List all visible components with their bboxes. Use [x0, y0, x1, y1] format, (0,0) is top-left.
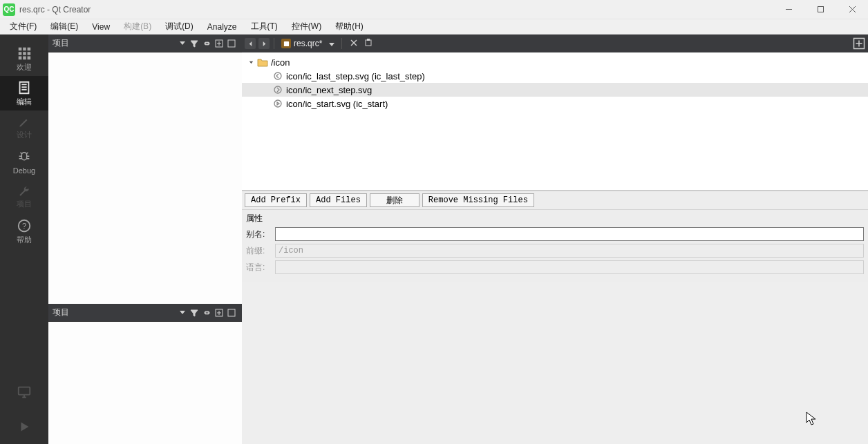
properties-pane: 属性 别名: 前缀: 语言:: [242, 210, 868, 282]
project-panel-upper-body[interactable]: [48, 52, 242, 304]
panel-lower-split-add-icon[interactable]: [213, 307, 225, 319]
prefix-label: 前缀:: [246, 245, 270, 257]
window-title: res.qrc - Qt Creator: [19, 5, 91, 15]
editor-split-add-icon[interactable]: [853, 37, 865, 50]
mode-design[interactable]: 设计: [0, 110, 48, 145]
svg-rect-0: [818, 7, 823, 12]
target-selector[interactable]: [0, 375, 48, 409]
split-add-icon[interactable]: [213, 37, 225, 50]
svg-point-14: [274, 100, 281, 107]
tree-item-1[interactable]: icon/ic_next_step.svg: [242, 83, 868, 97]
play-circle-icon: [272, 99, 283, 108]
panel-close-icon[interactable]: [225, 37, 238, 50]
forward-arrow-icon: [272, 85, 283, 95]
file-dropdown-icon[interactable]: [328, 39, 334, 48]
tree-item-2[interactable]: icon/ic_start.svg (ic_start): [242, 97, 868, 110]
mode-help[interactable]: ? 帮助: [0, 214, 48, 249]
editor-empty-area: [242, 282, 868, 444]
panel-lower-link-icon[interactable]: [200, 307, 213, 319]
tree-item-1-label: icon/ic_next_step.svg: [286, 85, 372, 95]
run-button[interactable]: [0, 409, 48, 444]
filter-icon[interactable]: [188, 37, 200, 50]
mode-debug-label: Debug: [13, 166, 35, 175]
project-panel-lower-header: 项目: [48, 304, 242, 322]
close-button[interactable]: [836, 0, 868, 19]
play-icon: [17, 419, 32, 434]
mode-design-label: 设计: [17, 130, 32, 140]
svg-rect-3: [19, 387, 30, 395]
minimize-button[interactable]: [773, 0, 804, 19]
wrench-icon: [18, 185, 30, 197]
alias-input[interactable]: [275, 227, 864, 241]
link-icon[interactable]: [200, 37, 213, 50]
menubar: 文件(F) 编辑(E) View 构建(B) 调试(D) Analyze 工具(…: [0, 19, 868, 35]
side-panels: 项目 项目: [48, 35, 242, 444]
bug-icon: [17, 150, 32, 165]
panel-lower-dropdown[interactable]: [176, 307, 188, 319]
lang-label: 语言:: [246, 262, 270, 273]
tree-item-0[interactable]: icon/ic_last_step.svg (ic_last_step): [242, 69, 868, 83]
menu-build[interactable]: 构建(B): [117, 19, 158, 34]
tree-expander-icon[interactable]: [246, 57, 256, 67]
mode-welcome-label: 欢迎: [17, 62, 32, 73]
mode-projects-label: 项目: [17, 199, 32, 209]
project-panel-upper-header: 项目: [48, 35, 242, 52]
open-file-tab[interactable]: res.qrc*: [279, 39, 337, 48]
pencil-icon: [18, 116, 30, 128]
mode-welcome[interactable]: 欢迎: [0, 41, 48, 76]
tree-item-0-label: icon/ic_last_step.svg (ic_last_step): [286, 71, 425, 81]
mode-edit[interactable]: 编辑: [0, 76, 48, 110]
modebar: 欢迎 编辑 设计 Debug 项目 ? 帮助: [0, 35, 48, 444]
project-panel-lower-body[interactable]: [48, 322, 242, 444]
panel-lower-close-icon[interactable]: [225, 307, 238, 319]
resource-tree[interactable]: /icon icon/ic_last_step.svg (ic_last_ste…: [242, 52, 868, 191]
mode-debug[interactable]: Debug: [0, 145, 48, 180]
menu-file[interactable]: 文件(F): [3, 19, 44, 34]
remove-missing-button[interactable]: Remove Missing Files: [422, 193, 534, 207]
menu-debug[interactable]: 调试(D): [158, 19, 200, 34]
help-icon: ?: [17, 218, 32, 233]
tree-prefix-label: /icon: [271, 57, 290, 68]
main-area: 欢迎 编辑 设计 Debug 项目 ? 帮助: [0, 35, 868, 444]
svg-rect-9: [366, 40, 371, 46]
svg-point-13: [274, 86, 281, 93]
add-files-button[interactable]: Add Files: [310, 193, 367, 207]
close-editor-icon[interactable]: [350, 39, 357, 48]
maximize-button[interactable]: [804, 0, 836, 19]
prop-row-alias: 别名:: [246, 227, 864, 241]
editor-settings-icon[interactable]: [364, 39, 372, 49]
prefix-input: [275, 244, 864, 258]
editor-column: res.qrc* /icon icon/ic_last_step.svg (ic…: [242, 35, 868, 444]
editor-tabbar: res.qrc*: [242, 35, 868, 52]
menu-tools[interactable]: 工具(T): [244, 19, 285, 34]
monitor-icon: [17, 385, 32, 400]
delete-button[interactable]: 删除: [370, 193, 419, 207]
panel-lower-filter-icon[interactable]: [188, 307, 200, 319]
resource-button-row: Add Prefix Add Files 删除 Remove Missing F…: [242, 191, 868, 210]
lang-input: [275, 260, 864, 274]
svg-point-12: [274, 73, 281, 79]
add-prefix-button[interactable]: Add Prefix: [245, 193, 307, 207]
prop-row-lang: 语言:: [246, 260, 864, 274]
nav-back-icon[interactable]: [245, 38, 256, 49]
project-panel-upper-title: 项目: [53, 37, 69, 49]
tree-prefix-row[interactable]: /icon: [242, 55, 868, 69]
qt-logo-icon: QC: [3, 3, 15, 16]
panel-dropdown[interactable]: [176, 37, 188, 50]
back-arrow-icon: [272, 71, 283, 81]
mode-help-label: 帮助: [17, 235, 32, 245]
window-controls: [773, 0, 868, 19]
menu-widgets[interactable]: 控件(W): [285, 19, 328, 34]
project-panel-lower-title: 项目: [53, 307, 69, 318]
menu-view[interactable]: View: [85, 21, 117, 33]
svg-rect-5: [228, 40, 235, 47]
menu-analyze[interactable]: Analyze: [200, 21, 244, 33]
svg-rect-7: [228, 309, 235, 316]
svg-rect-10: [367, 39, 370, 41]
menu-help[interactable]: 帮助(H): [328, 19, 370, 34]
qrc-file-icon: [281, 39, 291, 48]
menu-edit[interactable]: 编辑(E): [44, 19, 85, 34]
mode-edit-label: 编辑: [17, 97, 32, 107]
mode-projects[interactable]: 项目: [0, 180, 48, 214]
nav-forward-icon[interactable]: [258, 38, 270, 49]
